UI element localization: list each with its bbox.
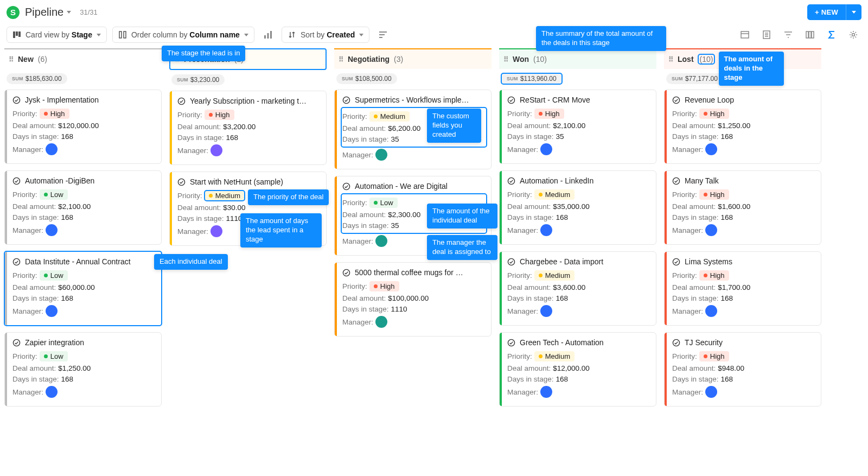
card-title: Automation - LinkedIn — [507, 176, 650, 185]
new-button[interactable]: + NEW — [807, 4, 846, 20]
manager-field: Manager: — [12, 386, 156, 398]
deal-card[interactable]: 5000 thermal coffee mugs for …Priority: … — [334, 262, 492, 337]
days-field: Days in stage: 168 — [507, 294, 650, 302]
drag-handle-icon[interactable]: ⠿ — [503, 55, 508, 64]
toolbar: Card view by Stage Order column by Colum… — [0, 24, 868, 48]
svg-point-27 — [673, 97, 679, 103]
column-header[interactable]: ⠿Won (10) — [499, 48, 656, 69]
amount-field: Deal amount: $1,250.00 — [12, 364, 156, 372]
callout-individual-amount: The amount of the individual deal — [427, 204, 497, 229]
deal-card[interactable]: Green Tech - AutomationPriority: MediumD… — [499, 332, 656, 407]
gear-icon[interactable] — [845, 27, 861, 43]
svg-rect-0 — [13, 31, 15, 38]
svg-point-14 — [13, 97, 20, 103]
page-title[interactable]: Pipeline — [25, 6, 71, 18]
deal-card[interactable]: Automation - We are DigitalPriority: Low… — [334, 176, 492, 256]
card-title: Many Talk — [672, 176, 815, 185]
sort-selector[interactable]: Sort by Created — [282, 27, 369, 43]
deal-card[interactable]: Automation - LinkedInPriority: MediumDea… — [499, 170, 656, 245]
priority-field: Priority: Low — [12, 270, 156, 281]
deal-card[interactable]: Lima SystemsPriority: HighDeal amount: $… — [664, 251, 821, 326]
deal-card[interactable]: Data Institute - Annual ContractPriority… — [4, 251, 162, 326]
avatar — [375, 316, 387, 328]
svg-rect-12 — [812, 31, 814, 38]
deal-card[interactable]: Supermetrics - Workflows imple…Priority:… — [334, 90, 492, 169]
drag-handle-icon[interactable]: ⠿ — [339, 55, 343, 64]
svg-rect-5 — [264, 35, 266, 39]
deal-card[interactable]: Yearly Subscription - marketing t…Priori… — [169, 91, 327, 165]
svg-rect-8 — [741, 31, 749, 38]
kanban-board: ⠿New (6)SUM$185,630.00Jysk - Implementat… — [0, 48, 868, 417]
card-title: TJ Security — [672, 338, 815, 347]
column-new: ⠿New (6)SUM$185,630.00Jysk - Implementat… — [4, 48, 162, 407]
sort-icon — [288, 30, 296, 39]
column-name: Negotiating — [348, 55, 390, 64]
deal-card[interactable]: Automation -DigiBenPriority: LowDeal amo… — [4, 170, 162, 245]
card-title: Chargebee - Data import — [507, 257, 650, 266]
column-negotiating: ⠿Negotiating (3)SUM$108,500.00Supermetri… — [334, 48, 492, 337]
avatar — [705, 143, 717, 155]
amount-field: Deal amount: $12,000.00 — [507, 364, 650, 372]
column-header[interactable]: ⠿Negotiating (3) — [334, 48, 492, 69]
check-circle-icon — [177, 97, 186, 105]
svg-point-20 — [343, 97, 349, 103]
check-circle-icon — [672, 339, 680, 347]
deal-card[interactable]: Start with NetHunt (sample)Priority: Med… — [169, 172, 327, 246]
amount-field: Deal amount: $120,000.00 — [12, 122, 156, 130]
avatar — [705, 224, 717, 236]
new-button-dropdown[interactable] — [846, 4, 861, 20]
deal-card[interactable]: Chargebee - Data importPriority: MediumD… — [499, 251, 656, 326]
deal-card[interactable]: Revenue LoopPriority: HighDeal amount: $… — [664, 90, 821, 164]
manager-field: Manager: — [672, 143, 815, 155]
deal-card[interactable]: Zapier integrationPriority: LowDeal amou… — [4, 332, 162, 407]
column-name: New — [18, 55, 34, 64]
column-header[interactable]: ⠿New (6) — [4, 48, 162, 69]
column-header[interactable]: ⠿Lost (10)The amount of deals in the sta… — [664, 48, 821, 69]
amount-field: Deal amount: $2,100.00 — [12, 202, 156, 211]
drag-handle-icon[interactable]: ⠿ — [668, 55, 673, 64]
record-count: 31/31 — [80, 8, 98, 16]
days-field: Days in stage: 168 — [12, 213, 156, 221]
card-layout-icon[interactable] — [737, 27, 753, 43]
card-view-selector[interactable]: Card view by Stage — [7, 27, 107, 43]
check-circle-icon — [342, 96, 350, 104]
days-field: Days in stage: 168 — [672, 375, 815, 383]
manager-field: Manager: — [342, 149, 486, 161]
deal-card[interactable]: ReStart - CRM MovePriority: HighDeal amo… — [499, 90, 656, 164]
svg-point-29 — [673, 258, 679, 265]
days-field: Days in stage: 168 — [12, 375, 156, 383]
column-count: (10) — [698, 54, 715, 64]
callout-manager: The manager the deal is assigned to — [427, 235, 497, 260]
check-circle-icon — [672, 96, 680, 104]
check-circle-icon — [507, 177, 515, 185]
deal-card[interactable]: Jysk - ImplementationPriority: HighDeal … — [4, 90, 162, 164]
svg-point-22 — [343, 269, 349, 276]
svg-rect-7 — [270, 31, 272, 39]
drag-handle-icon[interactable]: ⠿ — [9, 55, 14, 64]
callout-deal-count: The amount of deals in the stage — [719, 52, 784, 86]
deal-card[interactable]: TJ SecurityPriority: HighDeal amount: $9… — [664, 332, 821, 407]
sort-options-icon[interactable] — [375, 27, 391, 43]
priority-field: Priority: High — [672, 270, 815, 281]
callout-sum: The summary of the total amount of the d… — [536, 26, 666, 51]
avatar — [540, 224, 552, 236]
filter-icon[interactable] — [780, 27, 796, 43]
order-column-selector[interactable]: Order column by Column name The stage th… — [112, 27, 254, 43]
svg-rect-4 — [124, 31, 126, 38]
svg-point-18 — [178, 98, 184, 104]
svg-rect-3 — [119, 31, 122, 38]
chevron-down-icon — [67, 11, 71, 14]
column-settings-icon[interactable] — [802, 27, 818, 43]
chart-icon[interactable] — [260, 27, 276, 43]
avatar — [375, 235, 387, 247]
new-button-group: + NEW — [807, 4, 861, 20]
sigma-icon[interactable] — [824, 27, 840, 43]
card-list: Revenue LoopPriority: HighDeal amount: $… — [664, 90, 821, 407]
svg-point-26 — [508, 339, 514, 346]
list-icon[interactable] — [758, 27, 775, 43]
deal-card[interactable]: Many TalkPriority: HighDeal amount: $1,6… — [664, 170, 821, 245]
check-circle-icon — [507, 258, 515, 266]
check-circle-icon — [507, 96, 515, 104]
priority-field: Priority: High — [672, 189, 815, 200]
app-logo: S — [7, 6, 20, 19]
